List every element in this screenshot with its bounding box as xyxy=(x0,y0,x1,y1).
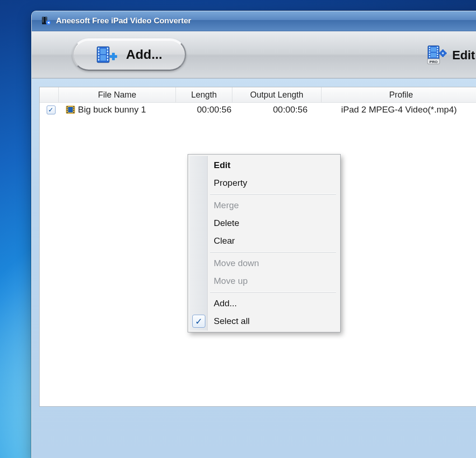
film-plus-icon xyxy=(96,45,118,64)
row-checkbox[interactable]: ✓ xyxy=(47,106,56,114)
svg-rect-36 xyxy=(431,47,436,52)
svg-rect-37 xyxy=(431,53,436,57)
svg-rect-26 xyxy=(429,47,430,48)
menu-item-edit[interactable]: Edit xyxy=(189,156,339,174)
svg-rect-50 xyxy=(67,112,68,113)
svg-rect-20 xyxy=(107,59,108,61)
svg-rect-52 xyxy=(73,108,74,109)
cell-profile: iPad 2 MPEG-4 Video(*.mp4) xyxy=(336,105,476,115)
menu-item-select-all[interactable]: ✓ Select all xyxy=(189,312,339,330)
svg-rect-21 xyxy=(100,49,106,54)
menu-separator xyxy=(210,252,336,253)
window-title: Aneesoft Free iPad Video Converter xyxy=(56,16,191,26)
svg-rect-34 xyxy=(437,54,438,55)
svg-rect-13 xyxy=(98,53,99,55)
menu-item-move-up: Move up xyxy=(189,272,339,290)
cell-filename: Big buck bunny 1 xyxy=(78,105,146,115)
app-icon xyxy=(41,16,51,26)
svg-rect-15 xyxy=(98,59,99,61)
svg-rect-47 xyxy=(67,106,68,107)
svg-rect-14 xyxy=(98,56,99,58)
svg-rect-4 xyxy=(43,21,44,22)
svg-rect-24 xyxy=(112,53,115,60)
menu-separator xyxy=(210,292,336,293)
menu-item-delete[interactable]: Delete xyxy=(189,214,339,232)
svg-rect-27 xyxy=(429,49,430,50)
svg-rect-44 xyxy=(439,52,441,54)
video-file-icon xyxy=(66,106,75,114)
cell-length: 00:00:56 xyxy=(184,105,244,115)
svg-rect-2 xyxy=(43,19,44,20)
svg-rect-11 xyxy=(98,48,99,49)
svg-rect-7 xyxy=(46,20,47,21)
svg-rect-1 xyxy=(43,17,44,18)
column-header-row: File Name Length Output Length Profile xyxy=(40,87,476,103)
svg-rect-33 xyxy=(437,51,438,53)
svg-rect-29 xyxy=(429,54,430,55)
menu-item-select-all-label: Select all xyxy=(214,316,250,326)
add-button[interactable]: Add... xyxy=(72,38,186,71)
svg-rect-16 xyxy=(107,48,108,49)
column-header-filename[interactable]: File Name xyxy=(59,87,176,102)
edit-button[interactable]: PRO Edit xyxy=(426,45,475,66)
cell-output-length: 00:00:56 xyxy=(244,105,336,115)
svg-rect-32 xyxy=(437,49,438,50)
svg-rect-42 xyxy=(442,49,444,51)
context-menu: Edit Property Merge Delete Clear Move do… xyxy=(188,154,341,332)
svg-rect-43 xyxy=(442,56,444,57)
svg-rect-45 xyxy=(445,52,447,54)
svg-point-41 xyxy=(442,52,444,54)
svg-rect-17 xyxy=(107,50,108,52)
svg-rect-55 xyxy=(68,107,73,113)
svg-rect-53 xyxy=(73,110,74,111)
menu-item-add[interactable]: Add... xyxy=(189,295,339,312)
menu-item-merge: Merge xyxy=(189,197,339,214)
menu-item-clear[interactable]: Clear xyxy=(189,232,339,250)
edit-button-label: Edit xyxy=(452,48,475,63)
toolbar: Add... PRO Edit xyxy=(32,31,476,78)
svg-rect-49 xyxy=(67,110,68,111)
svg-rect-31 xyxy=(437,47,438,48)
menu-item-property[interactable]: Property xyxy=(189,174,339,192)
svg-rect-51 xyxy=(73,106,74,107)
column-header-output-length[interactable]: Output Length xyxy=(232,87,322,102)
column-header-length[interactable]: Length xyxy=(176,87,232,102)
menu-separator xyxy=(210,194,336,195)
svg-rect-6 xyxy=(46,19,47,20)
svg-rect-5 xyxy=(46,17,47,18)
table-row[interactable]: ✓ Big buck bunny 1 00:00:56 00:00:56 iPa… xyxy=(40,103,476,117)
column-header-check[interactable] xyxy=(40,87,59,102)
svg-rect-3 xyxy=(43,20,44,21)
svg-rect-54 xyxy=(73,112,74,113)
svg-rect-30 xyxy=(429,56,430,57)
svg-rect-22 xyxy=(100,55,106,61)
column-header-profile[interactable]: Profile xyxy=(322,87,476,102)
svg-rect-28 xyxy=(429,51,430,53)
check-icon: ✓ xyxy=(192,315,205,328)
svg-rect-35 xyxy=(437,56,438,57)
title-bar[interactable]: Aneesoft Free iPad Video Converter xyxy=(32,11,476,31)
svg-rect-18 xyxy=(107,53,108,55)
add-button-label: Add... xyxy=(126,47,162,62)
menu-item-move-down: Move down xyxy=(189,254,339,272)
edit-pro-icon: PRO xyxy=(426,45,447,66)
svg-rect-19 xyxy=(107,56,108,58)
svg-text:PRO: PRO xyxy=(429,60,437,64)
svg-rect-48 xyxy=(67,108,68,109)
svg-rect-12 xyxy=(98,50,99,52)
